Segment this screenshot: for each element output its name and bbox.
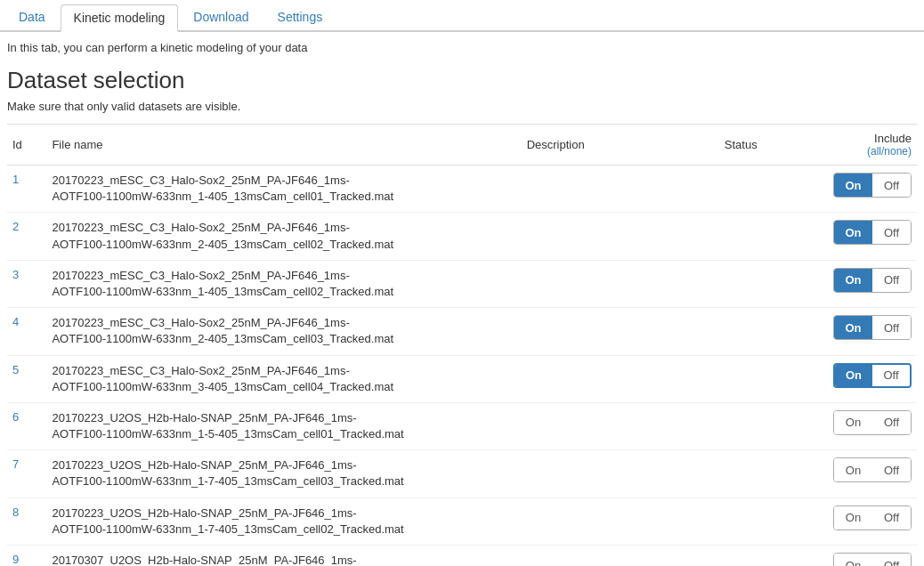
cell-status [719, 355, 818, 402]
toggle-off-button[interactable]: OnOff [833, 410, 912, 435]
col-header-status: Status [719, 125, 818, 166]
all-none-link[interactable]: (all/none) [867, 145, 912, 158]
off-label: Off [872, 221, 911, 244]
cell-filename: 20170223_mESC_C3_Halo-Sox2_25nM_PA-JF646… [46, 355, 521, 402]
cell-description [522, 450, 719, 497]
on-label: On [834, 316, 872, 339]
tab-description: In this tab, you can perform a kinetic m… [7, 41, 917, 54]
tab-data[interactable]: Data [5, 4, 59, 30]
toggle-on-button[interactable]: OnOff [833, 220, 912, 245]
cell-include: OnOff [818, 355, 917, 402]
table-row: 720170223_U2OS_H2b-Halo-SNAP_25nM_PA-JF6… [7, 450, 917, 497]
table-row: 120170223_mESC_C3_Halo-Sox2_25nM_PA-JF64… [7, 166, 917, 213]
main-content: In this tab, you can perform a kinetic m… [0, 32, 924, 566]
toggle-on-button[interactable]: OnOff [833, 173, 912, 198]
cell-id: 9 [7, 546, 46, 567]
cell-description [522, 213, 719, 260]
cell-description [522, 546, 719, 567]
cell-id: 7 [7, 450, 46, 497]
cell-include: OnOff [818, 166, 917, 213]
col-header-include: Include (all/none) [818, 125, 917, 166]
on-label: On [834, 174, 872, 197]
cell-id: 6 [7, 402, 46, 449]
include-label: Include [874, 132, 912, 145]
cell-include: OnOff [818, 497, 917, 545]
cell-filename: 20170223_U2OS_H2b-Halo-SNAP_25nM_PA-JF64… [46, 402, 521, 449]
off-label: Off [872, 411, 911, 434]
cell-status [719, 260, 818, 307]
toggle-on-button[interactable]: OnOff [833, 363, 912, 388]
col-header-description: Description [522, 125, 719, 166]
on-label: On [834, 269, 872, 292]
toggle-off-button[interactable]: OnOff [833, 457, 912, 482]
table-row: 820170223_U2OS_H2b-Halo-SNAP_25nM_PA-JF6… [7, 497, 917, 545]
tab-download[interactable]: Download [180, 4, 262, 30]
on-label: On [834, 458, 872, 481]
cell-id: 2 [7, 213, 46, 260]
cell-description [522, 402, 719, 449]
table-row: 320170223_mESC_C3_Halo-Sox2_25nM_PA-JF64… [7, 260, 917, 307]
cell-include: OnOff [818, 402, 917, 449]
cell-status [719, 213, 818, 260]
tabs-bar: Data Kinetic modeling Download Settings [0, 0, 924, 32]
cell-id: 4 [7, 308, 46, 355]
off-label: Off [872, 554, 911, 566]
cell-filename: 20170223_mESC_C3_Halo-Sox2_25nM_PA-JF646… [46, 260, 521, 307]
on-label: On [834, 221, 872, 244]
off-label: Off [872, 316, 911, 339]
cell-status [719, 166, 818, 213]
cell-include: OnOff [818, 450, 917, 497]
on-label: On [834, 506, 872, 530]
toggle-on-button[interactable]: OnOff [833, 268, 912, 293]
cell-filename: 20170223_U2OS_H2b-Halo-SNAP_25nM_PA-JF64… [46, 450, 521, 497]
cell-status [719, 546, 818, 567]
cell-filename: 20170223_mESC_C3_Halo-Sox2_25nM_PA-JF646… [46, 213, 521, 260]
off-label: Off [872, 458, 911, 481]
off-label: Off [872, 174, 911, 197]
on-label: On [834, 554, 872, 566]
cell-include: OnOff [818, 260, 917, 307]
cell-description [522, 260, 719, 307]
on-label: On [835, 365, 872, 386]
table-row: 620170223_U2OS_H2b-Halo-SNAP_25nM_PA-JF6… [7, 402, 917, 449]
cell-status [719, 450, 818, 497]
off-label: Off [872, 506, 911, 530]
cell-include: OnOff [818, 213, 917, 260]
cell-filename: 20170223_U2OS_H2b-Halo-SNAP_25nM_PA-JF64… [46, 497, 521, 545]
cell-description [522, 308, 719, 355]
section-title: Dataset selection [7, 67, 917, 94]
cell-description [522, 166, 719, 213]
toggle-on-button[interactable]: OnOff [833, 315, 912, 340]
cell-include: OnOff [818, 546, 917, 567]
cell-id: 8 [7, 497, 46, 545]
tab-settings[interactable]: Settings [264, 4, 336, 30]
table-row: 220170223_mESC_C3_Halo-Sox2_25nM_PA-JF64… [7, 213, 917, 260]
dataset-table: Id File name Description Status Include … [7, 124, 917, 566]
cell-filename: 20170307_U2OS_H2b-Halo-SNAP_25nM_PA-JF64… [46, 546, 521, 567]
table-row: 520170223_mESC_C3_Halo-Sox2_25nM_PA-JF64… [7, 355, 917, 402]
on-label: On [834, 411, 872, 434]
section-subtitle: Make sure that only valid datasets are v… [7, 100, 917, 113]
cell-description [522, 355, 719, 402]
cell-status [719, 402, 818, 449]
cell-status [719, 308, 818, 355]
table-header-row: Id File name Description Status Include … [7, 125, 917, 166]
tab-kinetic-modeling[interactable]: Kinetic modeling [61, 4, 179, 32]
col-header-id: Id [7, 125, 46, 166]
table-row: 920170307_U2OS_H2b-Halo-SNAP_25nM_PA-JF6… [7, 546, 917, 567]
cell-id: 5 [7, 355, 46, 402]
col-header-filename: File name [46, 125, 521, 166]
cell-filename: 20170223_mESC_C3_Halo-Sox2_25nM_PA-JF646… [46, 308, 521, 355]
off-label: Off [872, 269, 911, 292]
toggle-off-button[interactable]: OnOff [833, 553, 912, 566]
cell-id: 3 [7, 260, 46, 307]
cell-id: 1 [7, 166, 46, 213]
cell-filename: 20170223_mESC_C3_Halo-Sox2_25nM_PA-JF646… [46, 166, 521, 213]
cell-description [522, 497, 719, 545]
off-label: Off [872, 365, 910, 386]
cell-include: OnOff [818, 308, 917, 355]
table-row: 420170223_mESC_C3_Halo-Sox2_25nM_PA-JF64… [7, 308, 917, 355]
cell-status [719, 497, 818, 545]
toggle-off-button[interactable]: OnOff [833, 505, 912, 530]
